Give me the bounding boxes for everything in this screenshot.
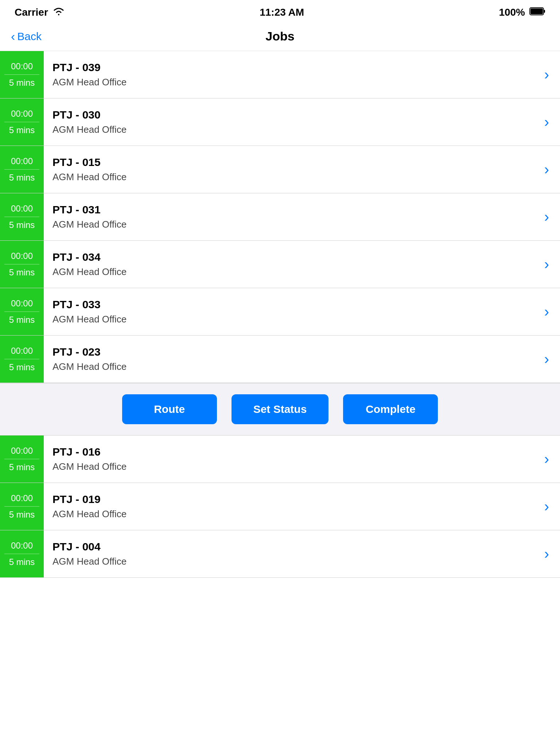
job-chevron-icon: › xyxy=(533,146,560,193)
time-divider xyxy=(4,506,39,507)
route-button[interactable]: Route xyxy=(122,394,217,424)
job-mins: 5 mins xyxy=(9,220,35,230)
time-divider xyxy=(4,217,39,217)
job-chevron-icon: › xyxy=(533,288,560,335)
job-details: PTJ - 031 AGM Head Office xyxy=(44,193,533,240)
back-chevron-icon: ‹ xyxy=(11,29,15,43)
job-chevron-icon: › xyxy=(533,483,560,530)
job-id: PTJ - 016 xyxy=(52,446,525,458)
job-time: 00:00 xyxy=(11,493,33,503)
job-mins: 5 mins xyxy=(9,315,35,325)
status-time: 11:23 AM xyxy=(260,7,304,18)
job-details: PTJ - 033 AGM Head Office xyxy=(44,288,533,335)
job-mins: 5 mins xyxy=(9,267,35,278)
battery-label: 100% xyxy=(499,7,525,18)
job-location: AGM Head Office xyxy=(52,556,525,567)
job-details: PTJ - 034 AGM Head Office xyxy=(44,241,533,288)
job-chevron-icon: › xyxy=(533,530,560,577)
job-time-block: 00:00 5 mins xyxy=(0,241,44,288)
job-location: AGM Head Office xyxy=(52,266,525,278)
job-time-block: 00:00 5 mins xyxy=(0,436,44,483)
time-divider xyxy=(4,359,39,359)
job-item[interactable]: 00:00 5 mins PTJ - 019 AGM Head Office › xyxy=(0,483,560,530)
job-location: AGM Head Office xyxy=(52,171,525,183)
back-label: Back xyxy=(17,30,42,43)
complete-button[interactable]: Complete xyxy=(343,394,438,424)
job-id: PTJ - 034 xyxy=(52,251,525,263)
job-item[interactable]: 00:00 5 mins PTJ - 023 AGM Head Office › xyxy=(0,336,560,383)
status-left: Carrier xyxy=(15,7,65,19)
job-item[interactable]: 00:00 5 mins PTJ - 030 AGM Head Office › xyxy=(0,98,560,146)
job-chevron-icon: › xyxy=(533,51,560,98)
job-time: 00:00 xyxy=(11,109,33,119)
status-bar: Carrier 11:23 AM 100% xyxy=(0,0,560,22)
job-details: PTJ - 030 AGM Head Office xyxy=(44,98,533,146)
job-location: AGM Head Office xyxy=(52,314,525,325)
job-id: PTJ - 039 xyxy=(52,61,525,74)
wifi-icon xyxy=(52,7,65,19)
page-title: Jobs xyxy=(265,29,294,43)
job-mins: 5 mins xyxy=(9,510,35,520)
status-right: 100% xyxy=(499,7,545,18)
job-id: PTJ - 019 xyxy=(52,493,525,506)
job-item[interactable]: 00:00 5 mins PTJ - 015 AGM Head Office › xyxy=(0,146,560,193)
job-mins: 5 mins xyxy=(9,362,35,372)
job-details: PTJ - 039 AGM Head Office xyxy=(44,51,533,98)
job-location: AGM Head Office xyxy=(52,461,525,472)
set-status-button[interactable]: Set Status xyxy=(232,394,329,424)
job-details: PTJ - 023 AGM Head Office xyxy=(44,336,533,383)
job-item[interactable]: 00:00 5 mins PTJ - 033 AGM Head Office › xyxy=(0,288,560,336)
job-time: 00:00 xyxy=(11,61,33,71)
job-time-block: 00:00 5 mins xyxy=(0,98,44,146)
job-item[interactable]: 00:00 5 mins PTJ - 031 AGM Head Office › xyxy=(0,193,560,241)
job-location: AGM Head Office xyxy=(52,124,525,135)
job-time-block: 00:00 5 mins xyxy=(0,146,44,193)
job-mins: 5 mins xyxy=(9,173,35,183)
job-time: 00:00 xyxy=(11,298,33,309)
back-button[interactable]: ‹ Back xyxy=(11,29,42,43)
job-id: PTJ - 004 xyxy=(52,541,525,553)
jobs-list-above: 00:00 5 mins PTJ - 039 AGM Head Office ›… xyxy=(0,51,560,383)
job-time: 00:00 xyxy=(11,446,33,456)
job-time: 00:00 xyxy=(11,156,33,166)
job-time: 00:00 xyxy=(11,541,33,551)
job-item[interactable]: 00:00 5 mins PTJ - 004 AGM Head Office › xyxy=(0,530,560,578)
job-time-block: 00:00 5 mins xyxy=(0,288,44,335)
job-mins: 5 mins xyxy=(9,557,35,567)
job-time-block: 00:00 5 mins xyxy=(0,193,44,240)
time-divider xyxy=(4,311,39,312)
job-id: PTJ - 023 xyxy=(52,346,525,358)
job-chevron-icon: › xyxy=(533,98,560,146)
job-id: PTJ - 031 xyxy=(52,204,525,216)
action-bar: Route Set Status Complete xyxy=(0,383,560,436)
job-location: AGM Head Office xyxy=(52,77,525,88)
job-item[interactable]: 00:00 5 mins PTJ - 016 AGM Head Office › xyxy=(0,436,560,483)
time-divider xyxy=(4,169,39,170)
job-time-block: 00:00 5 mins xyxy=(0,483,44,530)
job-details: PTJ - 016 AGM Head Office xyxy=(44,436,533,483)
job-details: PTJ - 015 AGM Head Office xyxy=(44,146,533,193)
job-location: AGM Head Office xyxy=(52,508,525,520)
job-time: 00:00 xyxy=(11,204,33,214)
job-mins: 5 mins xyxy=(9,125,35,135)
job-details: PTJ - 004 AGM Head Office xyxy=(44,530,533,577)
nav-bar: ‹ Back Jobs xyxy=(0,22,560,51)
job-location: AGM Head Office xyxy=(52,361,525,372)
time-divider xyxy=(4,264,39,264)
job-time-block: 00:00 5 mins xyxy=(0,336,44,383)
job-id: PTJ - 033 xyxy=(52,298,525,311)
svg-rect-1 xyxy=(544,10,545,13)
job-chevron-icon: › xyxy=(533,193,560,240)
job-time-block: 00:00 5 mins xyxy=(0,51,44,98)
job-item[interactable]: 00:00 5 mins PTJ - 039 AGM Head Office › xyxy=(0,51,560,98)
job-chevron-icon: › xyxy=(533,336,560,383)
job-time: 00:00 xyxy=(11,346,33,356)
time-divider xyxy=(4,122,39,122)
carrier-label: Carrier xyxy=(15,7,48,18)
svg-rect-2 xyxy=(530,8,543,14)
job-id: PTJ - 015 xyxy=(52,156,525,169)
job-time: 00:00 xyxy=(11,251,33,261)
time-divider xyxy=(4,74,39,75)
job-item[interactable]: 00:00 5 mins PTJ - 034 AGM Head Office › xyxy=(0,241,560,288)
job-chevron-icon: › xyxy=(533,241,560,288)
